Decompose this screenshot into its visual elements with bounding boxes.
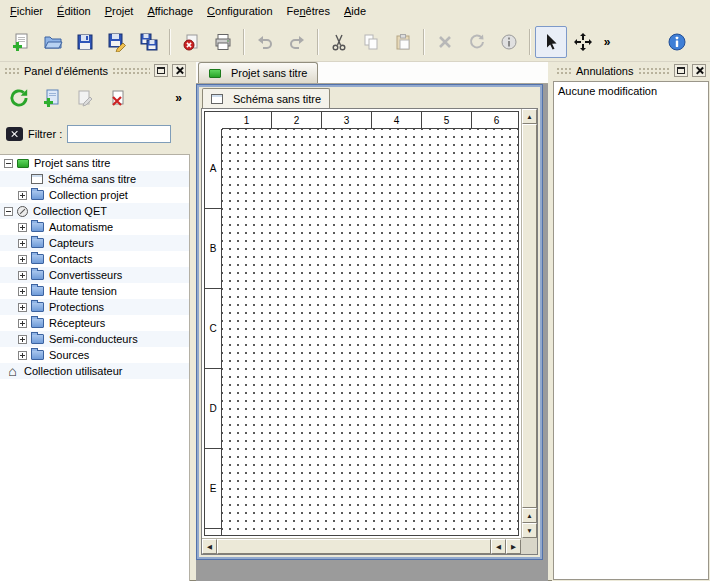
copy-button[interactable] <box>355 26 387 58</box>
schema-canvas[interactable] <box>222 129 518 535</box>
conductor-info-button[interactable] <box>493 26 525 58</box>
cut-button[interactable] <box>323 26 355 58</box>
expand-icon[interactable] <box>18 223 27 232</box>
save-as-button[interactable] <box>101 26 133 58</box>
expand-icon[interactable] <box>18 319 27 328</box>
float-dock-button[interactable] <box>674 64 688 77</box>
menu-fichier[interactable]: Fichier <box>3 1 50 21</box>
project-tab[interactable]: Projet sans titre <box>198 62 318 83</box>
paste-button[interactable] <box>387 26 419 58</box>
toolbar-separator <box>169 29 171 55</box>
menu-configuration[interactable]: Configuration <box>200 1 279 21</box>
expand-icon[interactable] <box>18 239 27 248</box>
expand-icon[interactable] <box>18 255 27 264</box>
scroll-left-button-2[interactable]: ◀ <box>491 539 506 554</box>
vertical-scrollbar[interactable]: ▲ ▲ ▼ <box>521 109 537 538</box>
save-button[interactable] <box>69 26 101 58</box>
vertical-scroll-thumb[interactable] <box>522 124 537 508</box>
open-document-button[interactable] <box>37 26 69 58</box>
tree-item-protections[interactable]: Protections <box>0 299 189 315</box>
float-icon <box>157 67 165 74</box>
conductor-info-icon <box>499 32 519 52</box>
delete-button[interactable] <box>429 26 461 58</box>
tree-item-schema-sans-titre[interactable]: Schéma sans titre <box>0 171 189 187</box>
undo-list[interactable]: Aucune modification <box>553 81 709 580</box>
tree-item-collection-qet[interactable]: Collection QET <box>0 203 189 219</box>
horizontal-scroll-thumb[interactable] <box>217 539 491 554</box>
tree-item-projet-sans-titre[interactable]: Projet sans titre <box>0 155 189 171</box>
schema-frame: 1 2 3 4 5 6 A B C D E <box>204 111 519 536</box>
menu-aide[interactable]: Aide <box>337 1 373 21</box>
undo-button[interactable] <box>249 26 281 58</box>
row-header: E <box>205 449 221 529</box>
rotate-button[interactable] <box>461 26 493 58</box>
schema-tab[interactable]: Schéma sans titre <box>202 88 330 108</box>
scroll-right-button[interactable]: ▶ <box>506 539 521 554</box>
close-dock-button[interactable] <box>172 64 186 77</box>
expand-icon[interactable] <box>18 303 27 312</box>
expand-icon[interactable] <box>18 351 27 360</box>
close-dock-button[interactable] <box>692 64 706 77</box>
tree-item-haute-tension[interactable]: Haute tension <box>0 283 189 299</box>
schema-icon <box>211 94 223 104</box>
tree-item-contacts[interactable]: Contacts <box>0 251 189 267</box>
delete-element-button[interactable] <box>103 83 133 113</box>
scroll-up-button-2[interactable]: ▲ <box>522 508 537 523</box>
scroll-up-button[interactable]: ▲ <box>522 109 537 124</box>
tree-item-convertisseurs[interactable]: Convertisseurs <box>0 267 189 283</box>
elements-panel-titlebar[interactable]: Panel d'éléments <box>0 62 190 79</box>
up-arrow-icon: ▲ <box>526 512 532 519</box>
tree-item-recepteurs[interactable]: Récepteurs <box>0 315 189 331</box>
about-info-icon <box>667 32 687 52</box>
filter-input[interactable] <box>67 125 171 143</box>
collapse-icon[interactable] <box>4 207 13 216</box>
float-dock-button[interactable] <box>154 64 168 77</box>
redo-button[interactable] <box>281 26 313 58</box>
copy-icon <box>361 32 381 52</box>
collapse-icon[interactable] <box>4 159 13 168</box>
expand-icon[interactable] <box>18 335 27 344</box>
scroll-left-button[interactable]: ◀ <box>202 539 217 554</box>
tree-item-automatisme[interactable]: Automatisme <box>0 219 189 235</box>
undo-panel-dock: Annulations Aucune modification <box>552 62 710 581</box>
tree-item-sources[interactable]: Sources <box>0 347 189 363</box>
pan-mode-button[interactable] <box>567 26 599 58</box>
new-element-button[interactable] <box>37 83 67 113</box>
selection-mode-button[interactable] <box>535 26 567 58</box>
filter-row: Filtrer : <box>0 117 190 147</box>
panel-overflow-button[interactable]: » <box>175 91 182 105</box>
folder-icon <box>31 270 44 280</box>
tree-item-collection-projet[interactable]: Collection projet <box>0 187 189 203</box>
about-qet-button[interactable] <box>661 26 693 58</box>
qet-collection-icon <box>17 206 28 217</box>
toolbar-overflow-button[interactable]: » <box>599 26 615 58</box>
clear-filter-button[interactable] <box>6 127 23 141</box>
project-icon <box>209 69 221 78</box>
tree-item-capteurs[interactable]: Capteurs <box>0 235 189 251</box>
mdi-area: Projet sans titre Schéma sans titre 1 2 … <box>196 62 548 581</box>
filter-label: Filtrer : <box>28 128 62 140</box>
new-document-button[interactable] <box>5 26 37 58</box>
expand-icon[interactable] <box>18 287 27 296</box>
menu-affichage[interactable]: Affichage <box>140 1 200 21</box>
horizontal-scrollbar[interactable]: ◀ ◀ ▶ <box>202 538 521 554</box>
scroll-down-button[interactable]: ▼ <box>522 523 537 538</box>
print-button[interactable] <box>207 26 239 58</box>
save-all-button[interactable] <box>133 26 165 58</box>
menu-projet[interactable]: Projet <box>98 1 141 21</box>
tree-item-semi-conducteurs[interactable]: Semi-conducteurs <box>0 331 189 347</box>
schema-icon <box>31 174 43 184</box>
new-element-icon <box>42 88 62 108</box>
menu-fenetres[interactable]: Fenêtres <box>280 1 337 21</box>
close-document-button[interactable] <box>175 26 207 58</box>
scrollbar-corner <box>521 538 537 554</box>
expand-icon[interactable] <box>18 191 27 200</box>
expand-icon[interactable] <box>18 271 27 280</box>
edit-element-icon <box>75 88 95 108</box>
edit-element-button[interactable] <box>70 83 100 113</box>
tree-item-collection-utilisateur[interactable]: Collection utilisateur <box>0 363 189 379</box>
undo-panel-titlebar[interactable]: Annulations <box>552 62 710 79</box>
reload-collections-button[interactable] <box>4 83 34 113</box>
dock-grip <box>556 67 572 75</box>
menu-edition[interactable]: Édition <box>50 1 98 21</box>
